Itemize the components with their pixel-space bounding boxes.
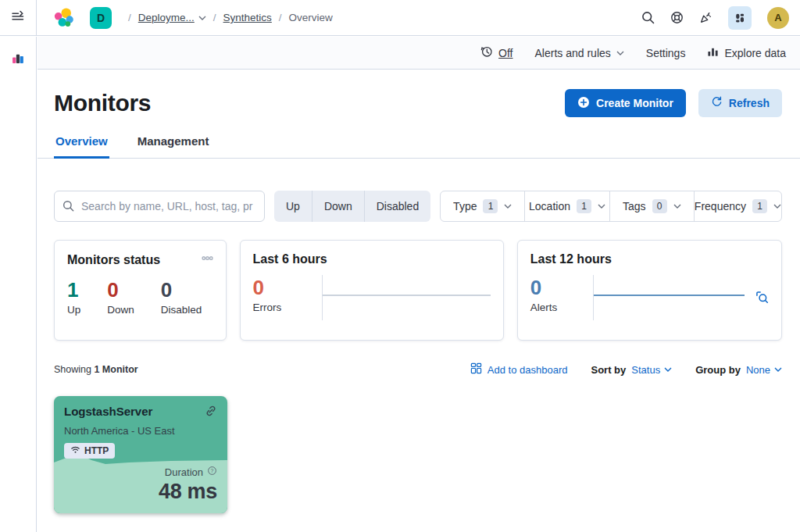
- breadcrumb: / Deployme... / Synthetics / Overview: [121, 12, 333, 23]
- card-menu-icon[interactable]: [202, 252, 213, 267]
- filter-disabled-button[interactable]: Disabled: [364, 191, 430, 222]
- tab-management[interactable]: Management: [136, 130, 211, 158]
- tab-overview[interactable]: Overview: [54, 130, 109, 159]
- search-input[interactable]: [54, 191, 265, 222]
- disabled-stat: 0 Disabled: [161, 279, 202, 316]
- filter-type-dropdown[interactable]: Type 1: [441, 191, 524, 221]
- left-sidebar: [0, 37, 37, 532]
- alerts-stat: 0 Alerts: [530, 277, 593, 313]
- filter-up-button[interactable]: Up: [274, 191, 312, 222]
- page-header: Monitors Create Monitor Refresh: [38, 70, 800, 117]
- alerts-and-rules-menu[interactable]: Alerts and rules: [535, 47, 624, 59]
- clock-refresh-icon: [480, 45, 493, 60]
- monitor-name: LogstashServer: [64, 405, 205, 418]
- settings-link[interactable]: Settings: [646, 47, 686, 59]
- plus-circle-icon: [577, 96, 590, 111]
- errors-stat: 0 Errors: [253, 277, 322, 313]
- search-icon[interactable]: [641, 11, 655, 24]
- add-to-dashboard-button[interactable]: Add to dashboard: [470, 362, 568, 377]
- sort-by-select[interactable]: Status: [631, 364, 672, 376]
- menu-expand-icon: [11, 10, 25, 26]
- space-badge[interactable]: D: [90, 7, 112, 29]
- link-icon[interactable]: [205, 405, 217, 420]
- apps-menu-icon[interactable]: [728, 6, 752, 30]
- alerts-sparkline: [593, 275, 745, 320]
- monitor-card-logstashserver[interactable]: LogstashServer North America - US East H…: [54, 396, 227, 513]
- tags-count-badge: 0: [652, 199, 667, 213]
- errors-sparkline: [322, 275, 491, 320]
- attribute-filter-group: Type 1 Location 1 Tags 0: [440, 191, 782, 222]
- filter-bar: Up Down Disabled Type 1 Location 1: [54, 191, 782, 222]
- card-title: Last 12 hours: [530, 252, 769, 266]
- card-title: Last 6 hours: [253, 252, 491, 266]
- auto-refresh-toggle[interactable]: Off: [480, 45, 512, 60]
- breadcrumb-synthetics[interactable]: Synthetics: [223, 12, 272, 23]
- question-icon[interactable]: ?: [207, 466, 217, 478]
- overview-content: Up Down Disabled Type 1 Location 1: [38, 191, 800, 513]
- inspect-icon[interactable]: [755, 291, 769, 307]
- user-avatar[interactable]: A: [767, 7, 789, 29]
- type-count-badge: 1: [483, 199, 498, 213]
- page-toolbar: Off Alerts and rules Settings Explore da…: [38, 37, 800, 70]
- list-controls: Showing 1 Monitor Add to dashboard Sort …: [54, 362, 782, 377]
- synthetics-monitors-page: D / Deployme... / Synthetics / Overview: [0, 0, 800, 532]
- breadcrumb-deployment[interactable]: Deployme...: [138, 12, 206, 23]
- status-filter-group: Up Down Disabled: [274, 191, 430, 222]
- dashboard-icon: [470, 362, 482, 377]
- help-icon[interactable]: [670, 11, 684, 24]
- card-title: Monitors status: [67, 253, 202, 267]
- wifi-icon: [70, 445, 80, 456]
- filter-tags-dropdown[interactable]: Tags 0: [609, 191, 694, 221]
- nav-menu-toggle[interactable]: [0, 0, 37, 35]
- page-title: Monitors: [54, 90, 565, 116]
- chevron-down-icon: [773, 204, 781, 209]
- main-area: Off Alerts and rules Settings Explore da…: [38, 37, 800, 532]
- chevron-down-icon: [673, 204, 681, 209]
- page-tabs: Overview Management: [38, 130, 800, 159]
- chevron-down-icon: [598, 204, 605, 209]
- chevron-down-icon: [504, 204, 512, 209]
- location-count-badge: 1: [577, 199, 591, 213]
- observability-bar-chart-icon[interactable]: [12, 51, 25, 66]
- monitor-type-badge: HTTP: [64, 443, 115, 459]
- frequency-count-badge: 1: [752, 199, 767, 213]
- monitor-location: North America - US East: [64, 425, 217, 437]
- filter-location-dropdown[interactable]: Location 1: [524, 191, 609, 221]
- search-icon: [62, 200, 74, 212]
- elastic-logo[interactable]: [54, 8, 74, 28]
- showing-count-text: Showing 1 Monitor: [54, 364, 138, 375]
- alerts-card: Last 12 hours 0 Alerts: [517, 240, 782, 341]
- explore-data-chart-icon: [707, 46, 719, 60]
- explore-data-link[interactable]: Explore data: [707, 46, 786, 60]
- chevron-down-icon: [774, 367, 782, 372]
- up-stat: 1 Up: [67, 279, 80, 316]
- overview-stat-cards: Monitors status 1 Up 0 Down: [54, 240, 782, 341]
- header-actions: A: [641, 6, 800, 30]
- errors-card: Last 6 hours 0 Errors: [240, 240, 504, 341]
- refresh-icon: [711, 96, 723, 110]
- filter-frequency-dropdown[interactable]: Frequency 1: [694, 191, 781, 221]
- chevron-down-icon: [198, 16, 206, 20]
- chevron-down-icon: [664, 367, 672, 372]
- monitor-search: [54, 191, 265, 222]
- monitors-status-card: Monitors status 1 Up 0 Down: [54, 240, 227, 341]
- group-by-select[interactable]: None: [746, 364, 782, 376]
- group-by-control: Group by None: [695, 364, 782, 376]
- create-monitor-button[interactable]: Create Monitor: [565, 89, 686, 117]
- monitor-duration-value: 48 ms: [159, 480, 217, 504]
- top-header: D / Deployme... / Synthetics / Overview: [0, 0, 800, 36]
- news-feed-icon[interactable]: [699, 11, 712, 24]
- monitor-duration: Duration ? 48 ms: [159, 466, 217, 504]
- down-stat: 0 Down: [107, 279, 134, 316]
- svg-text:?: ?: [211, 468, 214, 473]
- breadcrumb-overview: Overview: [289, 12, 333, 23]
- sort-by-control: Sort by Status: [591, 364, 672, 376]
- chevron-down-icon: [616, 51, 624, 55]
- filter-down-button[interactable]: Down: [312, 191, 364, 222]
- refresh-button[interactable]: Refresh: [698, 89, 782, 117]
